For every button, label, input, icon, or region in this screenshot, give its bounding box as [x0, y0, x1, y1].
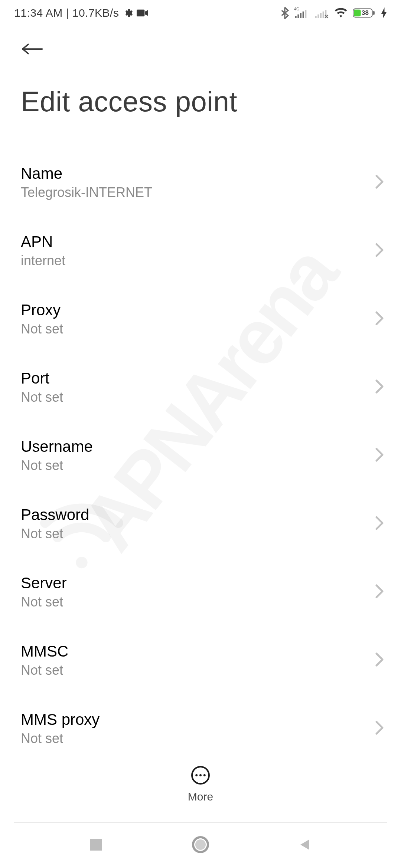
status-bar: 11:34 AM | 10.7KB/s 4G — [0, 0, 401, 26]
camera-icon — [137, 9, 149, 17]
row-value: Not set — [21, 321, 368, 337]
chevron-right-icon — [375, 652, 384, 668]
svg-point-22 — [195, 839, 206, 850]
chevron-right-icon — [375, 243, 384, 259]
wifi-icon — [334, 8, 348, 18]
more-icon — [190, 765, 211, 787]
chevron-right-icon — [375, 174, 384, 191]
bluetooth-icon — [281, 7, 289, 19]
row-value: Not set — [21, 526, 368, 542]
row-label: Proxy — [21, 301, 368, 319]
svg-rect-8 — [317, 14, 319, 18]
chevron-right-icon — [375, 379, 384, 395]
signal-nosim-icon — [314, 7, 329, 19]
more-button[interactable]: More — [0, 765, 401, 803]
svg-rect-3 — [297, 14, 299, 18]
more-label: More — [188, 790, 213, 803]
svg-text:4G: 4G — [294, 7, 299, 11]
apn-settings-list: Name Telegrosik-INTERNET APN internet Pr… — [0, 148, 401, 746]
row-password[interactable]: Password Not set — [0, 490, 401, 558]
row-value: Not set — [21, 458, 368, 473]
row-value: Not set — [21, 389, 368, 405]
row-label: MMSC — [21, 642, 368, 660]
row-apn[interactable]: APN internet — [0, 217, 401, 285]
row-port[interactable]: Port Not set — [0, 353, 401, 421]
row-value: Not set — [21, 662, 368, 678]
row-server[interactable]: Server Not set — [0, 558, 401, 626]
chevron-right-icon — [375, 584, 384, 600]
row-label: Username — [21, 438, 368, 456]
gear-icon — [123, 8, 133, 18]
nav-home-button[interactable] — [192, 836, 209, 855]
row-value: Not set — [21, 731, 368, 746]
svg-rect-5 — [303, 11, 304, 18]
row-proxy[interactable]: Proxy Not set — [0, 285, 401, 353]
svg-point-18 — [199, 774, 202, 776]
nav-back-button[interactable] — [297, 837, 312, 854]
svg-point-19 — [203, 774, 206, 776]
svg-rect-14 — [373, 11, 375, 15]
row-label: Password — [21, 506, 368, 524]
battery-percent: 38 — [362, 9, 369, 17]
svg-rect-0 — [137, 10, 144, 17]
chevron-right-icon — [375, 447, 384, 464]
svg-rect-10 — [323, 11, 324, 18]
page-title: Edit access point — [21, 85, 237, 118]
signal-4g-icon: 4G — [294, 7, 309, 19]
chevron-right-icon — [375, 720, 384, 737]
nav-recents-button[interactable] — [89, 837, 104, 854]
svg-rect-20 — [90, 839, 102, 851]
chevron-right-icon — [375, 311, 384, 327]
row-label: Name — [21, 165, 368, 183]
back-button[interactable] — [21, 41, 43, 59]
svg-rect-7 — [315, 16, 317, 18]
row-label: MMS proxy — [21, 711, 368, 729]
android-nav-bar — [0, 823, 401, 868]
charging-bolt-icon — [381, 7, 387, 19]
row-mmsc[interactable]: MMSC Not set — [0, 626, 401, 694]
status-time-speed: 11:34 AM | 10.7KB/s — [14, 7, 119, 19]
svg-rect-6 — [305, 10, 306, 18]
chevron-right-icon — [375, 516, 384, 532]
row-label: Port — [21, 369, 368, 387]
svg-rect-13 — [354, 10, 361, 17]
row-value: Telegrosik-INTERNET — [21, 185, 368, 200]
row-label: Server — [21, 574, 368, 592]
svg-rect-4 — [300, 13, 301, 18]
row-label: APN — [21, 233, 368, 251]
row-mms-proxy[interactable]: MMS proxy Not set — [0, 694, 401, 746]
svg-rect-2 — [295, 16, 297, 18]
row-value: internet — [21, 253, 368, 269]
row-value: Not set — [21, 594, 368, 610]
row-name[interactable]: Name Telegrosik-INTERNET — [0, 148, 401, 217]
svg-rect-9 — [320, 13, 322, 18]
svg-point-17 — [195, 774, 198, 776]
row-username[interactable]: Username Not set — [0, 421, 401, 490]
battery-icon: 38 — [353, 7, 376, 19]
